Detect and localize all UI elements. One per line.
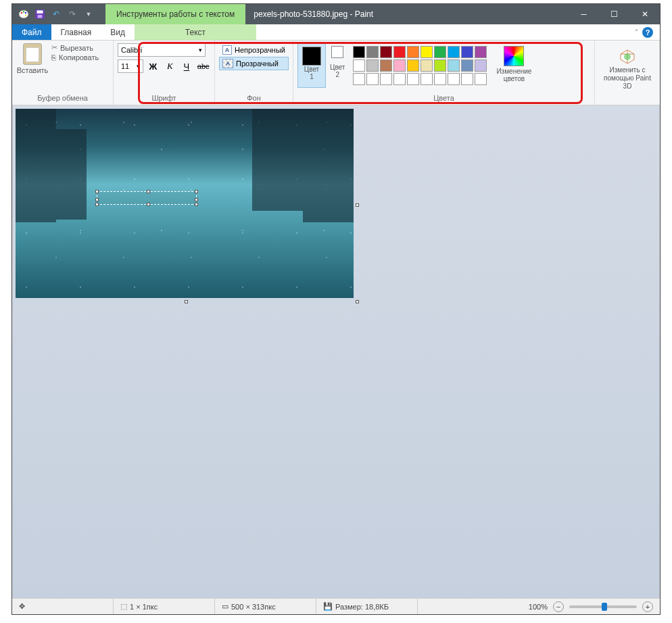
color-swatch[interactable]	[366, 46, 379, 58]
ribbon-right: ˄ ?	[635, 24, 660, 40]
color-swatch[interactable]	[393, 59, 406, 72]
text-input-box[interactable]	[97, 191, 197, 205]
maximize-button[interactable]: ☐	[599, 4, 629, 24]
canvas-size-icon: ▭	[222, 602, 229, 611]
color-swatch[interactable]	[421, 46, 433, 58]
svg-point-2	[23, 11, 24, 12]
color-swatch[interactable]	[353, 73, 365, 85]
paint3d-icon[interactable]	[618, 47, 637, 66]
color1-button[interactable]: Цвет 1	[297, 43, 326, 88]
canvas-area[interactable]	[12, 105, 660, 598]
canvas-image[interactable]	[16, 109, 354, 298]
transparent-icon: A	[222, 59, 233, 68]
color-swatch[interactable]	[366, 73, 379, 85]
resize-handle[interactable]	[95, 190, 99, 193]
tab-view[interactable]: Вид	[101, 24, 135, 40]
resize-handle[interactable]	[195, 203, 198, 206]
color-swatch[interactable]	[475, 46, 487, 58]
color-swatch[interactable]	[475, 59, 487, 72]
save-icon[interactable]	[34, 8, 46, 20]
zoom-slider[interactable]	[569, 605, 637, 608]
tab-home[interactable]: Главная	[51, 24, 101, 40]
color-swatch[interactable]	[407, 59, 419, 72]
color-swatch[interactable]	[434, 73, 446, 85]
tab-file[interactable]: Файл	[12, 24, 51, 40]
colors-group-label: Цвета	[297, 93, 590, 102]
color-swatch[interactable]	[448, 59, 460, 72]
window-title: pexels-photo-531880.jpeg - Paint	[254, 9, 373, 19]
zoom-out-button[interactable]: −	[553, 601, 564, 612]
resize-handle[interactable]	[95, 203, 99, 206]
color-swatch[interactable]	[448, 46, 460, 58]
color-swatch[interactable]	[434, 59, 446, 72]
status-selection-size: ⬚1 × 1пкс	[114, 599, 215, 614]
color-swatch[interactable]	[380, 73, 392, 85]
color-swatch[interactable]	[407, 73, 419, 85]
tab-text[interactable]: Текст	[135, 24, 256, 40]
statusbar: ✥ ⬚1 × 1пкс ▭500 × 313пкс 💾Размер: 18,8К…	[12, 598, 660, 614]
color-swatch[interactable]	[461, 46, 473, 58]
svg-point-1	[21, 12, 22, 14]
color-swatch[interactable]	[393, 46, 406, 58]
copy-button[interactable]: ⎘Копировать	[51, 53, 99, 61]
minimize-button[interactable]: ─	[569, 4, 599, 24]
collapse-ribbon-icon[interactable]: ˄	[635, 28, 638, 36]
color-swatch[interactable]	[461, 73, 473, 85]
color-swatch[interactable]	[366, 59, 379, 72]
color-swatch[interactable]	[421, 73, 433, 85]
scissors-icon: ✂	[51, 43, 57, 52]
color-swatch[interactable]	[393, 73, 406, 85]
resize-handle[interactable]	[147, 190, 150, 193]
color-swatch[interactable]	[421, 59, 433, 72]
color-swatch[interactable]	[380, 59, 392, 72]
svg-rect-6	[37, 10, 43, 14]
bold-button[interactable]: Ж	[146, 59, 160, 73]
undo-icon[interactable]: ↶	[50, 8, 62, 20]
resize-handle[interactable]	[195, 198, 198, 201]
canvas-resize-handle[interactable]	[185, 300, 188, 303]
help-icon[interactable]: ?	[642, 27, 653, 38]
edit-colors-button[interactable]: Изменение цветов	[491, 43, 537, 88]
svg-rect-7	[38, 15, 43, 18]
resize-handle[interactable]	[195, 190, 198, 193]
resize-handle[interactable]	[147, 203, 150, 206]
paste-button[interactable]: Вставить	[16, 43, 49, 74]
redo-icon[interactable]: ↷	[66, 8, 78, 20]
opaque-option[interactable]: AНепрозрачный	[219, 43, 289, 57]
svg-point-4	[25, 15, 26, 16]
color-swatch[interactable]	[434, 46, 446, 58]
clipboard-group-label: Буфер обмена	[16, 93, 109, 102]
svg-point-8	[624, 53, 631, 60]
color-swatch[interactable]	[353, 59, 365, 72]
font-group-label: Шрифт	[118, 93, 210, 102]
font-size-select[interactable]: 11▾	[118, 59, 143, 73]
status-cursor-pos: ✥	[12, 599, 114, 614]
color-swatch[interactable]	[448, 73, 460, 85]
color2-button[interactable]: Цвет 2	[326, 43, 349, 88]
color-swatch[interactable]	[475, 73, 487, 85]
strikethrough-button[interactable]: abc	[196, 59, 210, 73]
paint-window: ↶ ↷ ▼ Инструменты работы с текстом pexel…	[11, 3, 661, 615]
slider-thumb[interactable]	[602, 603, 607, 611]
zoom-in-button[interactable]: +	[642, 601, 653, 612]
palette-row-3	[353, 73, 487, 85]
color-swatch[interactable]	[407, 46, 419, 58]
italic-button[interactable]: К	[163, 59, 177, 73]
selection-icon: ⬚	[120, 602, 127, 611]
background-group: AНепрозрачный AПрозрачный Фон	[215, 41, 293, 105]
qat-dropdown-icon[interactable]: ▼	[82, 8, 95, 20]
color-swatch[interactable]	[461, 59, 473, 72]
zoom-level: 100%	[529, 603, 548, 611]
transparent-option[interactable]: AПрозрачный	[219, 57, 289, 70]
close-button[interactable]: ✕	[629, 4, 660, 24]
cut-button[interactable]: ✂Вырезать	[51, 43, 99, 52]
copy-icon: ⎘	[51, 53, 56, 61]
color-swatch[interactable]	[353, 46, 365, 58]
canvas-resize-handle[interactable]	[356, 300, 359, 303]
font-name-select[interactable]: Calibri▾	[118, 43, 206, 57]
color-swatch[interactable]	[380, 46, 392, 58]
canvas-resize-handle[interactable]	[356, 203, 359, 207]
underline-button[interactable]: Ч	[180, 59, 194, 73]
resize-handle[interactable]	[95, 198, 99, 201]
ribbon-tabs: Файл Главная Вид Текст ˄ ?	[12, 24, 660, 41]
